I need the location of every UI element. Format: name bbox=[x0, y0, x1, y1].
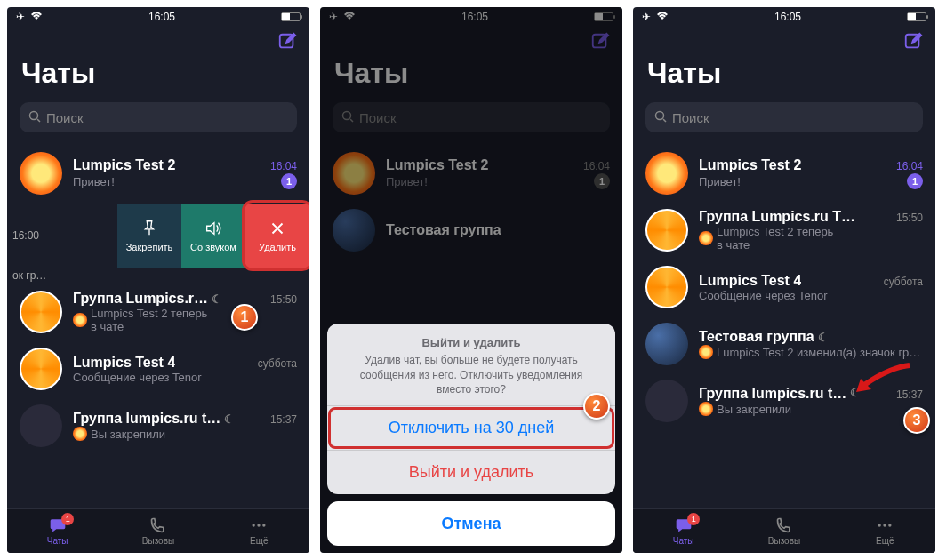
compose-icon[interactable] bbox=[590, 32, 610, 52]
tab-label: Ещё bbox=[876, 536, 894, 546]
search-input[interactable]: Поиск bbox=[333, 102, 610, 132]
swipe-delete-button[interactable]: Удалить bbox=[245, 204, 309, 268]
airplane-icon: ✈ bbox=[329, 11, 338, 23]
chat-time: 15:50 bbox=[896, 212, 923, 224]
svg-point-8 bbox=[656, 111, 664, 119]
swipe-pin-button[interactable]: Закрепить bbox=[117, 204, 181, 268]
search-icon bbox=[341, 110, 354, 125]
swipe-actions-row: 16:00 Закрепить Со звуком Удалить bbox=[7, 204, 309, 268]
tab-calls[interactable]: Вызовы bbox=[108, 509, 208, 553]
tab-label: Вызовы bbox=[768, 536, 800, 546]
chat-name: Группа Lumpics.ru T… bbox=[699, 209, 855, 225]
search-input[interactable]: Поиск bbox=[645, 102, 923, 132]
status-bar: ✈ 16:05 bbox=[633, 7, 935, 27]
chat-message: Вы закрепили bbox=[91, 428, 165, 441]
avatar bbox=[645, 209, 688, 252]
chat-name: Lumpics Test 2 bbox=[73, 157, 175, 173]
tab-calls[interactable]: Вызовы bbox=[734, 509, 834, 553]
chat-row-lumpics2[interactable]: Lumpics Test 2 16:04 Привет! 1 bbox=[7, 145, 309, 202]
chat-row-lumpics2[interactable]: Lumpics Test 216:04 Привет!1 bbox=[320, 145, 622, 202]
chat-time: суббота bbox=[258, 357, 297, 370]
tab-more[interactable]: Ещё bbox=[209, 509, 309, 553]
svg-point-9 bbox=[878, 524, 881, 526]
arrow-icon bbox=[852, 361, 914, 396]
chat-time: 16:00 bbox=[12, 229, 39, 242]
tab-label: Вызовы bbox=[142, 536, 174, 546]
svg-point-11 bbox=[888, 524, 891, 526]
chat-message-line1: Lumpics Test 2 теперь bbox=[91, 307, 207, 320]
avatar bbox=[645, 323, 688, 365]
avatar bbox=[20, 152, 62, 195]
mini-avatar bbox=[73, 427, 87, 441]
svg-point-3 bbox=[258, 524, 261, 526]
svg-point-1 bbox=[30, 111, 38, 119]
chat-message: Привет! bbox=[699, 173, 741, 189]
tab-label: Чаты bbox=[673, 536, 694, 546]
avatar bbox=[20, 404, 62, 447]
phone-screen-2: ✈ 16:05 Чаты Поиск Lumpics Test 216:04 П… bbox=[320, 7, 622, 553]
sheet-description: Удалив чат, вы больше не будете получать… bbox=[345, 353, 597, 396]
chat-time: суббота bbox=[884, 276, 923, 288]
mute-icon: ☾ bbox=[212, 292, 222, 306]
swipe-sound-button[interactable]: Со звуком bbox=[181, 204, 245, 268]
tab-label: Ещё bbox=[250, 536, 268, 546]
sheet-title: Выйти и удалить bbox=[345, 336, 597, 349]
chat-list[interactable]: Lumpics Test 2 16:04 Привет! 1 16:00 Зак… bbox=[7, 145, 309, 508]
svg-point-10 bbox=[884, 524, 886, 526]
chat-row-testgroup[interactable]: Тестовая группа bbox=[320, 202, 622, 259]
sheet-cancel-label: Отмена bbox=[441, 515, 501, 533]
header bbox=[7, 27, 309, 52]
sheet-leave-button[interactable]: Выйти и удалить bbox=[327, 450, 615, 494]
status-bar: ✈ 16:05 bbox=[7, 7, 309, 27]
wifi-icon bbox=[343, 11, 356, 23]
chat-name: Тестовая группа bbox=[386, 222, 501, 238]
chat-name: Lumpics Test 4 bbox=[699, 273, 801, 289]
chat-message: Привет! bbox=[386, 173, 428, 189]
chat-name: Группа lumpics.ru t… bbox=[73, 411, 220, 427]
step-badge-2: 2 bbox=[583, 393, 610, 420]
compose-icon[interactable] bbox=[903, 32, 923, 52]
truncated-name: ок гр… bbox=[7, 268, 309, 284]
chat-row-group-lower[interactable]: Группа lumpics.ru t… ☾ 15:37 Вы закрепил… bbox=[7, 397, 309, 454]
sheet-cancel-button[interactable]: Отмена bbox=[327, 501, 615, 546]
tab-badge: 1 bbox=[687, 513, 700, 525]
chat-time: 15:50 bbox=[270, 293, 297, 306]
chat-row-group-lumpics[interactable]: Группа Lumpics.r… ☾ 15:50 Lumpics Test 2… bbox=[7, 284, 309, 340]
search-input[interactable]: Поиск bbox=[20, 102, 297, 132]
chat-row-lumpics4[interactable]: Lumpics Test 4суббота Сообщение через Te… bbox=[633, 259, 935, 316]
chat-name: Тестовая группа bbox=[699, 329, 814, 345]
search-icon bbox=[28, 110, 41, 125]
chat-message: Сообщение через Tenor bbox=[73, 371, 297, 384]
wifi-icon bbox=[656, 11, 669, 23]
tab-more[interactable]: Ещё bbox=[835, 509, 935, 553]
mini-avatar bbox=[699, 231, 713, 245]
chat-row-lumpics4[interactable]: Lumpics Test 4 суббота Сообщение через T… bbox=[7, 340, 309, 397]
battery-icon bbox=[907, 12, 926, 21]
step-badge-3: 3 bbox=[903, 407, 930, 434]
phone-screen-3: ✈ 16:05 Чаты Поиск Lumpics Test 216:04 П… bbox=[633, 7, 935, 553]
chat-time: 16:04 bbox=[270, 160, 297, 172]
status-time: 16:05 bbox=[148, 11, 175, 23]
unread-badge: 1 bbox=[594, 173, 610, 189]
battery-icon bbox=[594, 12, 613, 21]
search-placeholder: Поиск bbox=[359, 110, 397, 125]
chat-name: Группа lumpics.ru t… bbox=[699, 386, 846, 402]
tab-chats[interactable]: Чаты 1 bbox=[7, 509, 108, 553]
chat-row-lumpics2[interactable]: Lumpics Test 216:04 Привет!1 bbox=[633, 145, 935, 202]
search-placeholder: Поиск bbox=[672, 110, 710, 125]
sheet-mute-30-button[interactable]: Отключить на 30 дней bbox=[327, 405, 615, 450]
avatar bbox=[645, 266, 688, 308]
chat-row-group-lumpics[interactable]: Группа Lumpics.ru T…15:50 Lumpics Test 2… bbox=[633, 202, 935, 259]
avatar bbox=[20, 291, 62, 333]
battery-icon bbox=[281, 12, 301, 21]
tab-chats[interactable]: Чаты 1 bbox=[633, 509, 734, 553]
chat-message-line1: Lumpics Test 2 теперь bbox=[717, 225, 833, 238]
chat-message: Привет! bbox=[73, 175, 115, 188]
chat-name: Lumpics Test 2 bbox=[386, 157, 488, 173]
unread-badge: 1 bbox=[281, 173, 297, 189]
search-placeholder: Поиск bbox=[46, 110, 84, 125]
chat-name: Группа Lumpics.r… bbox=[73, 291, 208, 307]
chat-time: 16:04 bbox=[896, 160, 923, 172]
compose-icon[interactable] bbox=[277, 32, 297, 52]
svg-point-6 bbox=[343, 111, 351, 119]
